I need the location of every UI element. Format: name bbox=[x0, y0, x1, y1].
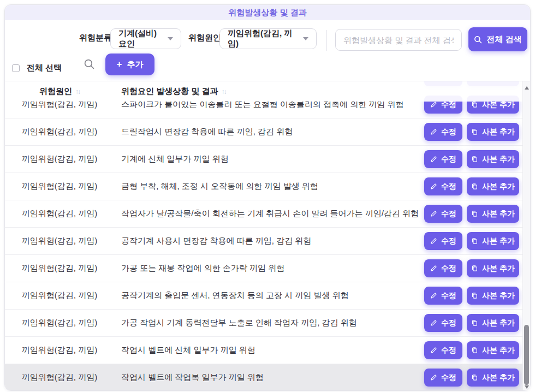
copy-add-button[interactable]: 사본 추가 bbox=[467, 177, 519, 195]
copy-icon bbox=[471, 347, 478, 354]
table-row[interactable]: 끼임위험(감김, 끼임)작업시 벨트에 신체 일부가 끼일 위험수정사본 추가 bbox=[5, 337, 522, 364]
table-row[interactable]: 끼임위험(감김, 끼임)작업자가 날/공작물/축이 회전하는 기계 취급시 손이… bbox=[5, 200, 522, 228]
copy-add-button[interactable]: 사본 추가 bbox=[467, 314, 519, 332]
table-row[interactable]: 끼임위험(감김, 끼임)작업시 벨트에 작업복 일부가 끼일 위험수정사본 추가 bbox=[5, 364, 522, 390]
row-cause: 끼임위험(감김, 끼임) bbox=[5, 181, 114, 192]
copy-add-button[interactable]: 사본 추가 bbox=[467, 287, 519, 305]
copy-add-button-label: 사본 추가 bbox=[482, 264, 515, 274]
row-cause: 끼임위험(감김, 끼임) bbox=[5, 290, 114, 301]
search-input[interactable] bbox=[335, 29, 462, 51]
filter-section: 전체 선택 위험분류 기계(설비)요인 위험원인 끼임위험(감김, 끼임) 전체… bbox=[5, 20, 530, 81]
edit-button[interactable]: 수정 bbox=[424, 369, 462, 387]
search-icon bbox=[474, 35, 482, 44]
copy-add-button[interactable]: 사본 추가 bbox=[467, 150, 519, 168]
copy-add-button[interactable]: 사본 추가 bbox=[467, 259, 519, 277]
copy-icon bbox=[471, 156, 478, 163]
copy-icon bbox=[471, 183, 478, 190]
copy-icon bbox=[471, 237, 478, 245]
edit-button[interactable]: 수정 bbox=[424, 314, 462, 332]
pencil-icon bbox=[430, 374, 437, 381]
table-search-toggle[interactable] bbox=[84, 58, 95, 70]
add-button-label: 추가 bbox=[127, 60, 143, 70]
copy-add-button[interactable]: 사본 추가 bbox=[467, 123, 519, 141]
table-scroll-area: 수정사본 추가끼임위험(감김, 끼임)스파이크가 붙어있는 이송롤러 또는 요철… bbox=[5, 81, 530, 390]
copy-add-button[interactable]: 사본 추가 bbox=[467, 232, 519, 250]
pencil-icon bbox=[430, 292, 437, 299]
copy-add-button-label: 사본 추가 bbox=[482, 291, 515, 301]
edit-button[interactable]: 수정 bbox=[424, 205, 462, 223]
panel-title-bar: 위험발생상황 및 결과 bbox=[5, 5, 530, 20]
select-all-label: 전체 선택 bbox=[27, 63, 62, 73]
column-header-result[interactable]: 위험요인 발생상황 및 결과 bbox=[121, 86, 218, 97]
edit-button-label: 수정 bbox=[441, 182, 456, 192]
panel-title: 위험발생상황 및 결과 bbox=[228, 8, 306, 18]
edit-button[interactable]: 수정 bbox=[424, 123, 462, 141]
table-row[interactable]: 끼임위험(감김, 끼임)가공 작업시 기계 동력전달부 노출로 인해 작업자 끼… bbox=[5, 310, 522, 337]
row-description: 작업시 벨트에 작업복 일부가 끼일 위험 bbox=[114, 372, 424, 383]
copy-add-button[interactable]: 사본 추가 bbox=[467, 369, 519, 387]
copy-icon bbox=[471, 265, 478, 272]
pencil-icon bbox=[430, 347, 437, 354]
table-row[interactable]: 끼임위험(감김, 끼임)가공 또는 재봉 작업에 의한 손가락 끼임 위험수정사… bbox=[5, 255, 522, 282]
table-row[interactable]: 끼임위험(감김, 끼임)공작기계의 출입문 센서, 연동장치 등의 고장 시 끼… bbox=[5, 282, 522, 310]
row-description: 가공 작업시 기계 동력전달부 노출로 인해 작업자 끼임, 감김 위험 bbox=[114, 318, 424, 328]
copy-add-button[interactable]: 사본 추가 bbox=[467, 205, 519, 223]
row-actions: 수정사본 추가 bbox=[424, 232, 522, 250]
edit-button[interactable]: 수정 bbox=[424, 341, 462, 359]
row-actions: 수정사본 추가 bbox=[424, 123, 522, 141]
cause-dropdown[interactable]: 끼임위험(감김, 끼임) bbox=[219, 28, 317, 49]
table-row[interactable]: 끼임위험(감김, 끼임)금형 부착, 해체, 조정 시 오작동에 의한 끼임 발… bbox=[5, 173, 522, 200]
row-actions: 수정사본 추가 bbox=[424, 177, 522, 195]
edit-button[interactable]: 수정 bbox=[424, 287, 462, 305]
table-row[interactable]: 끼임위험(감김, 끼임)공작기계 사용시 면장갑 착용에 따른 끼임, 감김 위… bbox=[5, 228, 522, 255]
search-icon bbox=[84, 58, 95, 70]
edit-button[interactable]: 수정 bbox=[424, 177, 462, 195]
pencil-icon bbox=[430, 128, 437, 135]
row-actions: 수정사본 추가 bbox=[424, 369, 522, 387]
chevron-down-icon bbox=[303, 37, 308, 40]
copy-add-button-label: 사본 추가 bbox=[482, 373, 515, 383]
category-dropdown-value: 기계(설비)요인 bbox=[118, 28, 161, 49]
cause-dropdown-value: 끼임위험(감김, 끼임) bbox=[228, 28, 296, 49]
edit-button-label: 수정 bbox=[441, 127, 456, 137]
pencil-icon bbox=[430, 265, 437, 272]
edit-button-label: 수정 bbox=[441, 236, 456, 246]
edit-button[interactable]: 수정 bbox=[424, 232, 462, 250]
select-all-control[interactable]: 전체 선택 bbox=[12, 63, 62, 73]
sort-icon[interactable]: ↑↓ bbox=[75, 88, 80, 96]
copy-add-button[interactable]: 사본 추가 bbox=[467, 341, 519, 359]
copy-icon bbox=[471, 374, 478, 381]
column-header-cause[interactable]: 위험원인 bbox=[39, 86, 72, 97]
add-button[interactable]: + 추가 bbox=[105, 54, 154, 75]
edit-button[interactable]: 수정 bbox=[424, 259, 462, 277]
row-actions: 수정사본 추가 bbox=[424, 259, 522, 277]
scrollbar-thumb[interactable] bbox=[524, 325, 529, 385]
copy-add-button-label: 사본 추가 bbox=[482, 155, 515, 164]
edit-button[interactable]: 수정 bbox=[424, 150, 462, 168]
edit-button-label: 수정 bbox=[441, 346, 456, 355]
sort-icon[interactable]: ↑↓ bbox=[222, 88, 226, 96]
copy-icon bbox=[471, 319, 478, 326]
edit-button-label: 수정 bbox=[441, 209, 456, 219]
edit-button-label: 수정 bbox=[441, 373, 456, 383]
edit-button-label: 수정 bbox=[441, 264, 456, 274]
select-all-checkbox[interactable] bbox=[12, 64, 20, 72]
search-all-button[interactable]: 전체 검색 bbox=[468, 27, 527, 51]
row-description: 작업자가 날/공작물/축이 회전하는 기계 취급시 손이 말려 들어가는 끼임/… bbox=[114, 209, 424, 219]
copy-add-button-label: 사본 추가 bbox=[482, 182, 515, 192]
table-row[interactable]: 끼임위험(감김, 끼임)기계에 신체 일부가 끼일 위험수정사본 추가 bbox=[5, 146, 522, 173]
category-dropdown[interactable]: 기계(설비)요인 bbox=[110, 28, 181, 49]
vertical-scrollbar[interactable] bbox=[522, 81, 530, 390]
scroll-down-icon[interactable] bbox=[525, 385, 529, 389]
row-cause: 끼임위험(감김, 끼임) bbox=[5, 209, 114, 219]
copy-add-button-label: 사본 추가 bbox=[482, 127, 515, 137]
table-row[interactable]: 끼임위험(감김, 끼임)드릴작업시 면장갑 착용에 따른 끼임, 감김 위험수정… bbox=[5, 118, 522, 146]
row-cause: 끼임위험(감김, 끼임) bbox=[5, 263, 114, 274]
edit-button-label: 수정 bbox=[441, 155, 456, 164]
filter-divider bbox=[326, 30, 327, 51]
copy-add-button-label: 사본 추가 bbox=[482, 318, 515, 328]
row-cause: 끼임위험(감김, 끼임) bbox=[5, 236, 114, 246]
scroll-up-icon[interactable] bbox=[525, 86, 529, 90]
pencil-icon bbox=[430, 183, 437, 190]
row-cause: 끼임위험(감김, 끼임) bbox=[5, 372, 114, 383]
